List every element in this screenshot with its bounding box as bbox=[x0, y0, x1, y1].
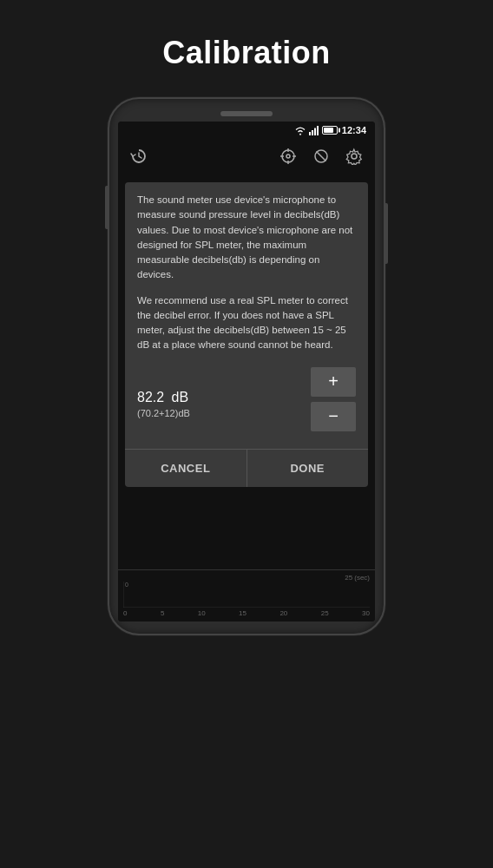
history-icon[interactable] bbox=[128, 146, 149, 167]
phone-screen: 12:34 bbox=[118, 122, 375, 621]
dialog-text-1: The sound meter use device's microphone … bbox=[137, 193, 356, 283]
phone-speaker bbox=[220, 111, 273, 116]
dialog-body: The sound meter use device's microphone … bbox=[125, 182, 368, 449]
cancel-button[interactable]: CANCEL bbox=[125, 450, 247, 487]
status-icons: 12:34 bbox=[294, 125, 366, 135]
battery-icon bbox=[322, 126, 338, 135]
toolbar-right-icons bbox=[278, 146, 365, 167]
dialog-footer: CANCEL DONE bbox=[125, 449, 368, 487]
db-formula: (70.2+12)dB bbox=[137, 408, 190, 418]
svg-rect-2 bbox=[314, 128, 316, 135]
status-bar: 12:34 bbox=[118, 122, 375, 139]
screen-content: The sound meter use device's microphone … bbox=[118, 174, 375, 621]
done-button[interactable]: DONE bbox=[247, 450, 369, 487]
dialog-value-row: 82.2 dB (70.2+12)dB + − bbox=[137, 364, 356, 438]
db-value: 82.2 dB bbox=[137, 380, 188, 406]
svg-point-4 bbox=[282, 150, 294, 162]
settings-icon[interactable] bbox=[344, 146, 365, 167]
svg-rect-0 bbox=[309, 132, 311, 135]
db-display: 82.2 dB (70.2+12)dB bbox=[137, 380, 190, 418]
decrement-button[interactable]: − bbox=[311, 402, 356, 431]
svg-rect-1 bbox=[312, 130, 313, 135]
status-time: 12:34 bbox=[342, 125, 366, 135]
svg-point-5 bbox=[286, 155, 290, 158]
increment-button[interactable]: + bbox=[311, 367, 356, 397]
dialog-box: The sound meter use device's microphone … bbox=[125, 182, 368, 487]
signal-icon bbox=[309, 126, 319, 135]
svg-line-11 bbox=[317, 152, 326, 161]
calibration-dialog: The sound meter use device's microphone … bbox=[118, 174, 375, 621]
wifi-icon bbox=[294, 126, 306, 135]
target-icon[interactable] bbox=[278, 146, 299, 167]
phone-device: 12:34 bbox=[108, 97, 385, 635]
dialog-text-2: We recommend use a real SPL meter to cor… bbox=[137, 293, 356, 353]
block-icon[interactable] bbox=[311, 146, 332, 167]
svg-point-12 bbox=[352, 154, 357, 159]
db-buttons: + − bbox=[311, 367, 356, 431]
app-toolbar bbox=[118, 139, 375, 174]
page-title: Calibration bbox=[162, 35, 331, 71]
svg-rect-3 bbox=[317, 126, 319, 135]
